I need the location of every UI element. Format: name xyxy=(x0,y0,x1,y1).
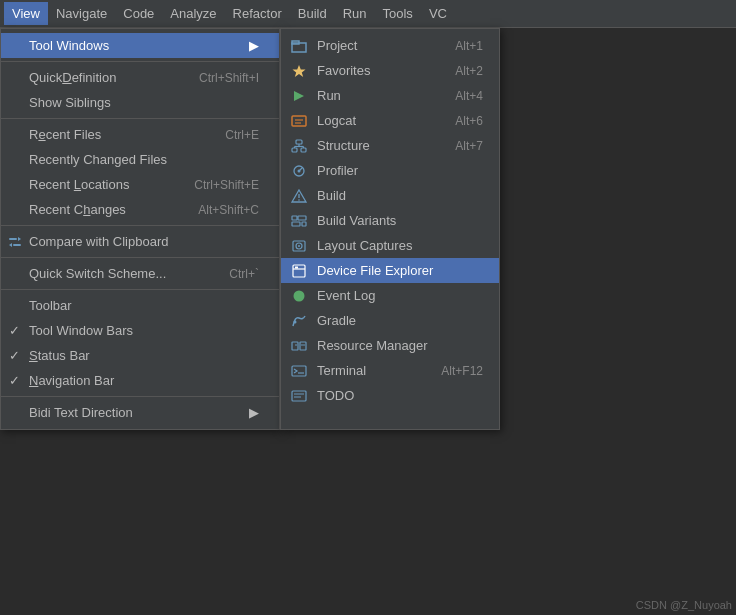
navigation-bar-label: Navigation Bar xyxy=(29,373,114,388)
submenu-item-layout-captures[interactable]: Layout Captures xyxy=(281,233,499,258)
svg-rect-25 xyxy=(292,222,300,226)
favorites-shortcut: Alt+2 xyxy=(435,64,483,78)
menu-item-toolbar[interactable]: Toolbar xyxy=(1,293,279,318)
submenu-item-event-log[interactable]: Event Log xyxy=(281,283,499,308)
svg-marker-1 xyxy=(18,237,21,241)
submenu-item-gradle[interactable]: Gradle xyxy=(281,308,499,333)
tool-window-bars-label: Tool Window Bars xyxy=(29,323,133,338)
compare-icon xyxy=(7,234,23,250)
menu-bar-build[interactable]: Build xyxy=(290,2,335,25)
menu-item-recent-locations[interactable]: Recent Locations Ctrl+Shift+E xyxy=(1,172,279,197)
submenu-item-todo[interactable]: TODO xyxy=(281,383,499,408)
menu-bar-navigate[interactable]: Navigate xyxy=(48,2,115,25)
favorites-icon xyxy=(289,63,309,79)
menu-bar-refactor[interactable]: Refactor xyxy=(225,2,290,25)
separator-1 xyxy=(1,61,279,62)
menu-bar-run[interactable]: Run xyxy=(335,2,375,25)
submenu-item-resource-manager[interactable]: Resource Manager xyxy=(281,333,499,358)
device-file-explorer-label: Device File Explorer xyxy=(317,263,433,278)
todo-icon xyxy=(289,388,309,404)
submenu-item-build-variants[interactable]: Build Variants xyxy=(281,208,499,233)
submenu-item-structure[interactable]: Structure Alt+7 xyxy=(281,133,499,158)
menu-item-status-bar[interactable]: ✓ Status Bar xyxy=(1,343,279,368)
quick-switch-shortcut: Ctrl+` xyxy=(199,267,259,281)
menu-bar-code[interactable]: Code xyxy=(115,2,162,25)
menu-item-quick-switch[interactable]: Quick Switch Scheme... Ctrl+` xyxy=(1,261,279,286)
gradle-icon xyxy=(289,313,309,329)
quick-definition-shortcut: Ctrl+Shift+I xyxy=(169,71,259,85)
structure-shortcut: Alt+7 xyxy=(435,139,483,153)
svg-rect-12 xyxy=(292,148,297,152)
build-label: Build xyxy=(317,188,346,203)
compare-clipboard-label: Compare with Clipboard xyxy=(29,234,168,249)
resource-manager-label: Resource Manager xyxy=(317,338,428,353)
quick-switch-label: Quick Switch Scheme... xyxy=(29,266,166,281)
logcat-label: Logcat xyxy=(317,113,356,128)
submenu-item-device-file-explorer[interactable]: Device File Explorer xyxy=(281,258,499,283)
menu-item-show-siblings[interactable]: Show Siblings xyxy=(1,90,279,115)
bidi-text-label: Bidi Text Direction xyxy=(29,405,133,420)
menu-item-tool-windows[interactable]: Tool Windows ▶ xyxy=(1,33,279,58)
dropdown-wrapper: Tool Windows ▶ QuickDefinition Ctrl+Shif… xyxy=(0,28,500,430)
run-label: Run xyxy=(317,88,341,103)
menu-item-bidi-text[interactable]: Bidi Text Direction ▶ xyxy=(1,400,279,425)
structure-icon xyxy=(289,138,309,154)
left-menu-panel: Tool Windows ▶ QuickDefinition Ctrl+Shif… xyxy=(0,28,280,430)
build-icon xyxy=(289,188,309,204)
build-variants-icon xyxy=(289,213,309,229)
menu-item-recent-files[interactable]: Recent Files Ctrl+E xyxy=(1,122,279,147)
menu-item-tool-window-bars[interactable]: ✓ Tool Window Bars xyxy=(1,318,279,343)
check-tool-window-bars: ✓ xyxy=(9,323,20,338)
quick-definition-label: QuickDefinition xyxy=(29,70,116,85)
toolbar-label: Toolbar xyxy=(29,298,72,313)
arrow-icon: ▶ xyxy=(239,38,259,53)
recent-changes-label: Recent Changes xyxy=(29,202,126,217)
menu-bar-view[interactable]: View xyxy=(4,2,48,25)
svg-rect-23 xyxy=(292,216,297,220)
svg-rect-24 xyxy=(298,216,306,220)
watermark: CSDN @Z_Nuyoah xyxy=(636,599,732,611)
favorites-label: Favorites xyxy=(317,63,370,78)
svg-point-34 xyxy=(294,320,297,323)
svg-rect-11 xyxy=(296,140,302,144)
project-shortcut: Alt+1 xyxy=(435,39,483,53)
logcat-shortcut: Alt+6 xyxy=(435,114,483,128)
terminal-label: Terminal xyxy=(317,363,366,378)
menu-bar-analyze[interactable]: Analyze xyxy=(162,2,224,25)
menu-item-recently-changed[interactable]: Recently Changed Files xyxy=(1,147,279,172)
tool-windows-label: Tool Windows xyxy=(29,38,109,53)
menu-bar-tools[interactable]: Tools xyxy=(375,2,421,25)
submenu-item-profiler[interactable]: Profiler xyxy=(281,158,499,183)
bidi-arrow-icon: ▶ xyxy=(239,405,259,420)
submenu-item-favorites[interactable]: Favorites Alt+2 xyxy=(281,58,499,83)
menu-bar-vc[interactable]: VC xyxy=(421,2,455,25)
menu-item-recent-changes[interactable]: Recent Changes Alt+Shift+C xyxy=(1,197,279,222)
project-icon xyxy=(289,38,309,54)
submenu-item-run[interactable]: Run Alt+4 xyxy=(281,83,499,108)
terminal-shortcut: Alt+F12 xyxy=(421,364,483,378)
svg-rect-41 xyxy=(292,391,306,401)
menu-item-navigation-bar[interactable]: ✓ Navigation Bar xyxy=(1,368,279,393)
todo-label: TODO xyxy=(317,388,354,403)
submenu-item-build[interactable]: Build xyxy=(281,183,499,208)
submenu-item-project[interactable]: Project Alt+1 xyxy=(281,33,499,58)
menu-item-quick-definition[interactable]: QuickDefinition Ctrl+Shift+I xyxy=(1,65,279,90)
check-status-bar: ✓ xyxy=(9,348,20,363)
recently-changed-label: Recently Changed Files xyxy=(29,152,167,167)
resource-manager-icon xyxy=(289,338,309,354)
show-siblings-label: Show Siblings xyxy=(29,95,111,110)
svg-rect-0 xyxy=(9,238,17,240)
profiler-label: Profiler xyxy=(317,163,358,178)
svg-rect-8 xyxy=(292,116,306,126)
menu-item-compare-clipboard[interactable]: Compare with Clipboard xyxy=(1,229,279,254)
profiler-icon xyxy=(289,163,309,179)
submenu-item-terminal[interactable]: Terminal Alt+F12 xyxy=(281,358,499,383)
svg-rect-35 xyxy=(292,342,298,350)
structure-label: Structure xyxy=(317,138,370,153)
recent-changes-shortcut: Alt+Shift+C xyxy=(168,203,259,217)
run-shortcut: Alt+4 xyxy=(435,89,483,103)
terminal-icon xyxy=(289,363,309,379)
submenu-item-logcat[interactable]: Logcat Alt+6 xyxy=(281,108,499,133)
svg-rect-2 xyxy=(13,244,21,246)
svg-marker-7 xyxy=(294,91,304,101)
